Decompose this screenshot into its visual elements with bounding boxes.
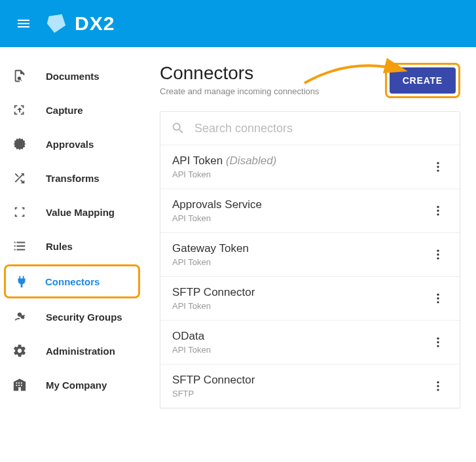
sidebar-item-capture[interactable]: Capture	[0, 93, 144, 127]
sidebar-item-administration[interactable]: Administration	[0, 334, 144, 368]
svg-point-0	[437, 162, 439, 164]
svg-point-14	[437, 345, 439, 347]
sidebar-item-label: Connectors	[45, 276, 100, 287]
sidebar-item-value-mapping[interactable]: Value Mapping	[0, 195, 144, 229]
svg-point-3	[437, 206, 439, 208]
connector-disabled-label: (Disabled)	[226, 154, 276, 167]
more-button[interactable]	[428, 332, 448, 352]
sidebar-item-connectors[interactable]: Connectors	[4, 264, 140, 298]
main-content: Connectors Create and manage incoming co…	[144, 47, 476, 462]
create-highlight-box: CREATE	[385, 63, 460, 98]
connector-type: API Token	[172, 213, 262, 223]
hamburger-icon	[16, 16, 31, 31]
connector-type: API Token	[172, 169, 276, 179]
more-button[interactable]	[428, 201, 448, 221]
capture-icon	[12, 102, 27, 118]
sidebar-item-label: Security Groups	[46, 311, 122, 323]
shuffle-icon	[12, 170, 27, 186]
sidebar-item-label: Administration	[46, 346, 115, 357]
create-button[interactable]: CREATE	[390, 67, 456, 94]
connector-type: API Token	[172, 345, 211, 355]
users-key-icon	[12, 309, 27, 325]
more-button[interactable]	[428, 245, 448, 264]
page-title: Connectors	[160, 63, 320, 84]
svg-point-10	[437, 297, 439, 299]
menu-toggle-button[interactable]	[10, 10, 37, 37]
svg-point-11	[437, 301, 439, 303]
page-subtitle: Create and manage incoming connections	[160, 86, 320, 96]
connector-type: API Token	[172, 301, 255, 311]
topbar: DX2	[0, 0, 476, 47]
document-search-icon	[12, 68, 27, 84]
svg-point-15	[437, 382, 439, 383]
sidebar-item-security-groups[interactable]: Security Groups	[0, 300, 144, 334]
brand-text: DX2	[75, 12, 115, 35]
list-item[interactable]: API Token (Disabled) API Token	[160, 145, 460, 189]
sidebar-item-label: Capture	[46, 105, 83, 116]
building-icon	[12, 377, 27, 393]
list-item[interactable]: SFTP Connector SFTP	[160, 364, 460, 408]
list-item[interactable]: OData API Token	[160, 321, 460, 364]
more-button[interactable]	[428, 289, 448, 308]
svg-point-13	[437, 341, 439, 343]
connectors-panel: API Token (Disabled) API Token Approvals…	[160, 111, 460, 408]
list-icon	[12, 238, 27, 254]
sidebar-item-my-company[interactable]: My Company	[0, 368, 144, 402]
svg-point-12	[437, 338, 439, 340]
svg-point-4	[437, 209, 439, 211]
connector-name: SFTP Connector	[172, 374, 255, 387]
connector-name: Gateway Token	[172, 242, 249, 255]
search-row	[160, 112, 460, 145]
app-logo: DX2	[45, 12, 115, 35]
more-vert-icon	[431, 336, 445, 349]
approval-icon	[12, 136, 27, 152]
search-icon	[171, 121, 185, 135]
sidebar-item-label: Approvals	[46, 139, 94, 150]
svg-point-7	[437, 253, 439, 255]
more-button[interactable]	[428, 376, 448, 396]
gear-icon	[12, 343, 27, 359]
connector-type: SFTP	[172, 389, 255, 399]
svg-point-2	[437, 169, 439, 171]
more-vert-icon	[431, 380, 445, 393]
list-item[interactable]: Approvals Service API Token	[160, 189, 460, 233]
sidebar-item-label: Documents	[46, 71, 100, 82]
svg-point-6	[437, 250, 439, 252]
sidebar-item-documents[interactable]: Documents	[0, 59, 144, 93]
logo-mark-icon	[45, 12, 68, 35]
connector-name: SFTP Connector	[172, 286, 255, 299]
more-vert-icon	[431, 292, 445, 305]
sidebar-item-rules[interactable]: Rules	[0, 229, 144, 263]
svg-point-16	[437, 385, 439, 387]
more-vert-icon	[431, 160, 445, 173]
search-input[interactable]	[194, 122, 449, 135]
svg-point-1	[437, 166, 439, 168]
more-vert-icon	[431, 204, 445, 217]
svg-point-9	[437, 294, 439, 296]
more-vert-icon	[431, 248, 445, 261]
sidebar-item-approvals[interactable]: Approvals	[0, 127, 144, 161]
svg-point-17	[437, 389, 439, 391]
collapse-icon	[12, 204, 27, 220]
sidebar-item-label: My Company	[46, 380, 107, 391]
connector-type: API Token	[172, 257, 249, 267]
sidebar-item-transforms[interactable]: Transforms	[0, 161, 144, 195]
sidebar: Documents Capture Approvals Transforms V…	[0, 47, 144, 462]
svg-point-5	[437, 213, 439, 215]
list-item[interactable]: Gateway Token API Token	[160, 233, 460, 277]
more-button[interactable]	[428, 157, 448, 177]
sidebar-item-label: Transforms	[46, 173, 100, 184]
connector-name: API Token	[172, 154, 223, 167]
sidebar-item-label: Value Mapping	[46, 207, 115, 218]
plug-icon	[14, 274, 29, 289]
svg-point-8	[437, 257, 439, 259]
list-item[interactable]: SFTP Connector API Token	[160, 277, 460, 321]
connector-name: Approvals Service	[172, 198, 262, 211]
connector-name: OData	[172, 330, 211, 343]
sidebar-item-label: Rules	[46, 241, 73, 252]
